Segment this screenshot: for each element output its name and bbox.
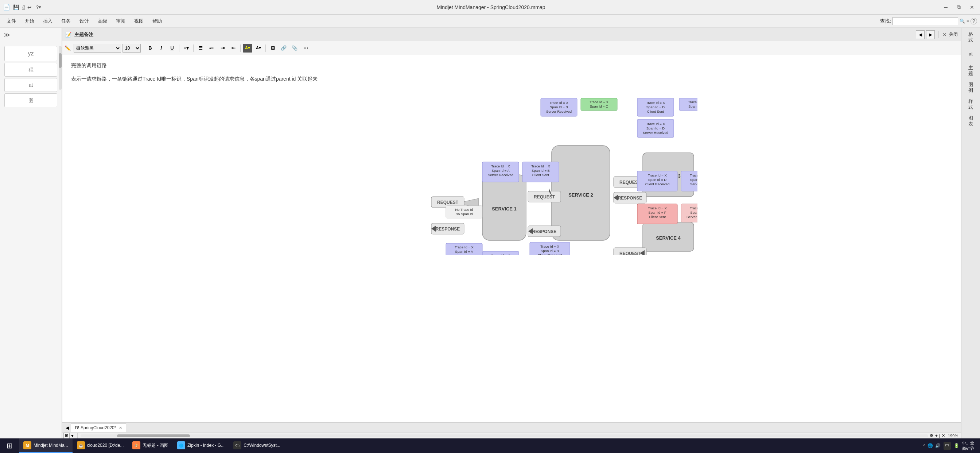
tab-bar: ◀ 🗺 SpringCloud2020* ✕ xyxy=(62,423,961,432)
underline-button[interactable]: U xyxy=(167,44,177,53)
outliner-icon[interactable]: ⊞ xyxy=(64,432,70,439)
svg-text:Trace Id = X: Trace Id = X xyxy=(688,100,697,104)
svg-text:Trace Id = X: Trace Id = X xyxy=(690,206,697,210)
font-size-select[interactable]: 10 xyxy=(123,44,141,53)
paint-icon: 🎨 xyxy=(132,441,140,449)
note-description: 表示一请求链路，一条链路通过Trace Id唯一标识，Span标识发起的请求信息… xyxy=(71,74,952,83)
menu-design[interactable]: 设计 xyxy=(76,16,92,26)
font-family-select[interactable]: 微软雅黑 xyxy=(74,44,121,53)
tab-springcloud[interactable]: 🗺 SpringCloud2020* ✕ xyxy=(71,423,126,432)
svg-text:Span Id = B: Span Id = B xyxy=(541,249,559,253)
taskbar-zipkin[interactable]: 🌐 Zipkin - Index - G... xyxy=(173,439,229,453)
svg-text:SERVICE 1: SERVICE 1 xyxy=(492,206,517,212)
italic-button[interactable]: I xyxy=(156,44,166,53)
svg-text:Server Sent: Server Sent xyxy=(690,182,697,186)
taskbar-cloud2020-label: cloud2020 [D:\de... xyxy=(87,443,124,448)
list-button[interactable]: ☰ xyxy=(196,44,205,53)
svg-text:Span Id = D: Span Id = D xyxy=(646,105,665,109)
right-panel-chart-icon[interactable]: 图表 xyxy=(963,113,979,129)
left-panel-icon-3: at xyxy=(5,78,57,92)
svg-text:Server Received: Server Received xyxy=(546,109,572,113)
start-button[interactable]: ⊞ xyxy=(0,439,19,453)
align-button[interactable]: ≡▾ xyxy=(181,44,191,53)
sidebar-toggle[interactable]: ≫ xyxy=(2,29,13,40)
svg-text:Trace Id = X: Trace Id = X xyxy=(646,122,665,126)
menu-advanced[interactable]: 高级 xyxy=(94,16,111,26)
close-panel-button[interactable]: 关闭 xyxy=(949,31,958,38)
taskbar-mindmanager[interactable]: M Mindjet MindMa... xyxy=(19,439,73,453)
indent-button[interactable]: ⇥ xyxy=(218,44,227,53)
note-panel-header: 📝 主题备注 ◀ ▶ ✕ 关闭 xyxy=(62,28,961,41)
menu-bar: 文件 开始 插入 任务 设计 高级 审阅 视图 帮助 查找: 🔍 ≡ ? xyxy=(0,14,980,28)
expand-icon: ≡ xyxy=(967,19,969,24)
close-button[interactable]: ✕ xyxy=(967,2,977,13)
highlight-button[interactable]: A▾ xyxy=(243,44,252,53)
right-panel-theme-icon[interactable]: 主题 xyxy=(963,63,979,79)
search-input[interactable] xyxy=(892,17,958,25)
svg-text:Span Id = D: Span Id = D xyxy=(646,126,665,130)
restore-button[interactable]: ⧉ xyxy=(954,2,964,13)
menu-insert[interactable]: 插入 xyxy=(40,16,56,26)
right-panel-layout-icon[interactable]: 图例 xyxy=(963,80,979,96)
svg-text:Trace Id = X: Trace Id = X xyxy=(549,100,568,105)
right-panel-at-icon[interactable]: at xyxy=(963,46,979,62)
minimize-button[interactable]: ─ xyxy=(940,2,951,13)
menu-review[interactable]: 审阅 xyxy=(112,16,129,26)
outdent-button[interactable]: ⇤ xyxy=(229,44,238,53)
format-toolbar: ✏️ 微软雅黑 10 B I U ≡▾ ☰ •≡ ⇥ ⇤ A▾ A▾ ⊞ 🔗 📎… xyxy=(62,41,961,55)
tab-close-button[interactable]: ✕ xyxy=(119,426,122,431)
right-panel-style-icon[interactable]: 样式 xyxy=(963,96,979,112)
menu-view[interactable]: 视图 xyxy=(130,16,147,26)
menu-help[interactable]: 帮助 xyxy=(149,16,165,26)
svg-text:Client Sent: Client Sent xyxy=(532,173,549,177)
link-button[interactable]: 🔗 xyxy=(279,44,288,53)
taskbar-paint[interactable]: 🎨 无标题 - 画图 xyxy=(128,439,173,453)
separator-1 xyxy=(143,45,143,52)
svg-text:Client Received: Client Received xyxy=(645,182,670,186)
nav-next-button[interactable]: ▶ xyxy=(926,30,935,39)
tab-nav-left[interactable]: ◀ xyxy=(64,425,71,431)
tab-label: SpringCloud2020* xyxy=(81,425,116,431)
bullet-button[interactable]: •≡ xyxy=(207,44,216,53)
network-icon: 🌐 xyxy=(928,443,933,448)
svg-text:Span Id = D: Span Id = D xyxy=(690,178,697,182)
chrome-icon: 🌐 xyxy=(177,441,185,449)
svg-text:Span Id = A: Span Id = A xyxy=(455,249,473,254)
clock-display: 中。全 商硅谷 xyxy=(962,440,974,451)
svg-text:Client Sent: Client Sent xyxy=(649,215,666,219)
taskbar-cloud2020[interactable]: ☕ cloud2020 [D:\de... xyxy=(73,439,128,453)
svg-text:REQUEST: REQUEST xyxy=(437,200,459,205)
v-scroll-thumb[interactable] xyxy=(59,53,62,68)
tray-icon-1: ^ xyxy=(923,443,925,448)
attach-button[interactable]: 📎 xyxy=(290,44,299,53)
svg-text:Trace Id = X: Trace Id = X xyxy=(690,173,697,177)
svg-text:SERVICE 4: SERVICE 4 xyxy=(656,235,681,241)
h-scroll-thumb[interactable] xyxy=(117,434,190,437)
zoom-level: 199% xyxy=(948,434,958,438)
chevron-down-icon[interactable]: ▼ xyxy=(70,434,75,438)
menu-task[interactable]: 任务 xyxy=(57,16,75,26)
help-icon: ? xyxy=(970,18,977,24)
settings-icon[interactable]: ⚙ xyxy=(930,433,933,438)
table-button[interactable]: ⊞ xyxy=(268,44,277,53)
svg-text:Trace Id = X: Trace Id = X xyxy=(491,254,510,255)
taskbar-mindmanager-label: Mindjet MindMa... xyxy=(33,443,68,448)
svg-text:Trace Id = X: Trace Id = X xyxy=(531,164,550,168)
taskbar: ⊞ M Mindjet MindMa... ☕ cloud2020 [D:\de… xyxy=(0,439,980,453)
zoom-close-icon[interactable]: ✕ xyxy=(942,433,945,438)
separator-5 xyxy=(266,45,266,52)
nav-prev-button[interactable]: ◀ xyxy=(916,30,924,39)
taskbar-cmd[interactable]: C:\ C:\Windows\Syst... xyxy=(229,439,285,453)
bottom-left-btns: ⊞ ▼ xyxy=(62,432,76,439)
right-panel-format-icon[interactable]: 格式 xyxy=(963,29,979,45)
bottom-controls: ⊞ ▼ ⚙ + | ✕ 199% xyxy=(62,432,961,439)
more-button[interactable]: ⋯ xyxy=(301,44,310,53)
font-color-button[interactable]: A▾ xyxy=(254,44,263,53)
menu-home[interactable]: 开始 xyxy=(21,16,38,26)
nav-arrows: ◀ ▶ ✕ 关闭 xyxy=(916,30,958,39)
left-panel-icon-2: 程 xyxy=(5,63,57,77)
menu-file[interactable]: 文件 xyxy=(3,16,20,26)
input-method[interactable]: 中 xyxy=(943,442,951,450)
zoom-in-icon[interactable]: + xyxy=(935,433,938,439)
bold-button[interactable]: B xyxy=(145,44,155,53)
